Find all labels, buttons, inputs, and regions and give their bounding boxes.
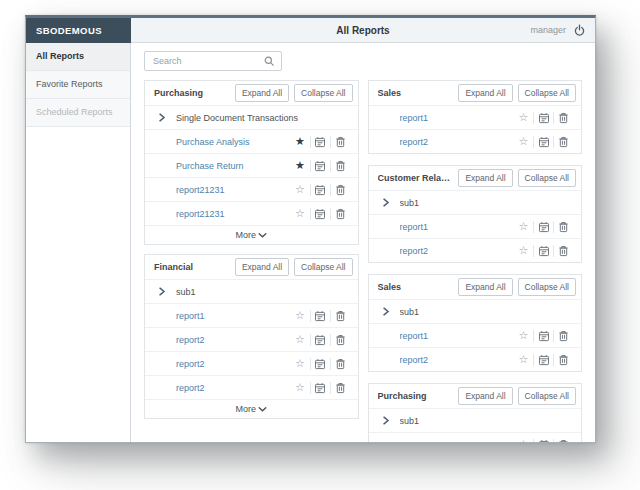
- trash-icon[interactable]: [554, 245, 573, 257]
- expand-all-button[interactable]: Expand All: [235, 84, 289, 102]
- favorite-star-icon[interactable]: ☆: [291, 184, 310, 195]
- panel-header: SalesExpand AllCollapse All: [369, 275, 582, 299]
- calendar-icon[interactable]: [534, 330, 553, 342]
- calendar-icon[interactable]: [311, 160, 330, 172]
- calendar-icon[interactable]: [534, 354, 553, 366]
- favorite-star-icon[interactable]: ☆: [291, 310, 310, 321]
- expand-all-button[interactable]: Expand All: [458, 278, 512, 296]
- favorite-star-icon[interactable]: ☆: [514, 330, 533, 341]
- report-link[interactable]: report1: [400, 331, 515, 341]
- report-category-panel: PurchasingExpand AllCollapse Allsub1repo…: [368, 383, 583, 442]
- report-link[interactable]: report1: [400, 113, 515, 123]
- favorite-star-icon[interactable]: ★: [291, 160, 310, 171]
- more-link[interactable]: More: [145, 225, 358, 244]
- report-row: Purchase Return★: [145, 153, 358, 177]
- calendar-icon[interactable]: [534, 112, 553, 124]
- report-link[interactable]: report1: [400, 222, 515, 232]
- favorite-star-icon[interactable]: ★: [291, 136, 310, 147]
- report-link[interactable]: report21231: [176, 185, 291, 195]
- calendar-icon[interactable]: [311, 334, 330, 346]
- report-row: report2☆: [369, 238, 582, 262]
- favorite-star-icon[interactable]: ☆: [291, 334, 310, 345]
- trash-icon[interactable]: [554, 112, 573, 124]
- trash-icon[interactable]: [331, 208, 350, 220]
- chevron-right-icon: [382, 198, 390, 207]
- favorite-star-icon[interactable]: ☆: [514, 439, 533, 442]
- row-actions: ★: [291, 160, 350, 172]
- more-label: More: [235, 230, 256, 240]
- collapse-all-button[interactable]: Collapse All: [294, 84, 352, 102]
- collapse-all-button[interactable]: Collapse All: [518, 278, 576, 296]
- collapse-all-button[interactable]: Collapse All: [294, 258, 352, 276]
- expand-all-button[interactable]: Expand All: [458, 387, 512, 405]
- calendar-icon[interactable]: [311, 358, 330, 370]
- report-link[interactable]: report2: [400, 137, 515, 147]
- trash-icon[interactable]: [554, 354, 573, 366]
- report-link[interactable]: Purchase Analysis: [176, 137, 291, 147]
- favorite-star-icon[interactable]: ☆: [514, 245, 533, 256]
- more-link[interactable]: More: [145, 399, 358, 418]
- chevron-down-icon: [258, 232, 267, 239]
- expand-all-button[interactable]: Expand All: [458, 84, 512, 102]
- calendar-icon[interactable]: [534, 136, 553, 148]
- row-actions: ★: [291, 136, 350, 148]
- report-row: report2☆: [369, 129, 582, 153]
- calendar-icon[interactable]: [311, 184, 330, 196]
- collapse-all-button[interactable]: Collapse All: [518, 169, 576, 187]
- favorite-star-icon[interactable]: ☆: [291, 382, 310, 393]
- group-row[interactable]: sub1: [145, 279, 358, 303]
- group-row[interactable]: sub1: [369, 299, 582, 323]
- trash-icon[interactable]: [331, 136, 350, 148]
- trash-icon[interactable]: [331, 160, 350, 172]
- group-row[interactable]: Single Document Transactions: [145, 105, 358, 129]
- calendar-icon[interactable]: [534, 439, 553, 443]
- trash-icon[interactable]: [554, 221, 573, 233]
- calendar-icon[interactable]: [311, 382, 330, 394]
- trash-icon[interactable]: [331, 184, 350, 196]
- collapse-all-button[interactable]: Collapse All: [518, 84, 576, 102]
- main-content: PurchasingExpand AllCollapse AllSingle D…: [131, 43, 595, 442]
- calendar-icon[interactable]: [311, 310, 330, 322]
- trash-icon[interactable]: [554, 330, 573, 342]
- calendar-icon[interactable]: [311, 208, 330, 220]
- favorite-star-icon[interactable]: ☆: [514, 221, 533, 232]
- report-link[interactable]: report2: [176, 335, 291, 345]
- report-link[interactable]: report21231: [176, 209, 291, 219]
- trash-icon[interactable]: [554, 136, 573, 148]
- report-link[interactable]: report2: [400, 355, 515, 365]
- trash-icon[interactable]: [331, 334, 350, 346]
- report-row: report2☆: [145, 375, 358, 399]
- favorite-star-icon[interactable]: ☆: [291, 208, 310, 219]
- report-link[interactable]: report2: [176, 383, 291, 393]
- report-link[interactable]: report2: [400, 246, 515, 256]
- group-row[interactable]: sub1: [369, 408, 582, 432]
- left-column: PurchasingExpand AllCollapse AllSingle D…: [144, 80, 359, 419]
- sidebar-item-all-reports[interactable]: All Reports: [26, 43, 130, 71]
- expand-all-button[interactable]: Expand All: [235, 258, 289, 276]
- calendar-icon[interactable]: [534, 221, 553, 233]
- panel-header: SalesExpand AllCollapse All: [369, 81, 582, 105]
- group-row[interactable]: sub1: [369, 190, 582, 214]
- company-name: SBODEMOUS: [26, 18, 131, 43]
- favorite-star-icon[interactable]: ☆: [514, 354, 533, 365]
- report-link[interactable]: Purchase Return: [176, 161, 291, 171]
- expand-all-button[interactable]: Expand All: [458, 169, 512, 187]
- trash-icon[interactable]: [331, 310, 350, 322]
- group-label: sub1: [400, 416, 420, 426]
- power-icon[interactable]: [573, 24, 586, 37]
- collapse-all-button[interactable]: Collapse All: [518, 387, 576, 405]
- favorite-star-icon[interactable]: ☆: [514, 136, 533, 147]
- calendar-icon[interactable]: [311, 136, 330, 148]
- report-link[interactable]: report2: [176, 359, 291, 369]
- calendar-icon[interactable]: [534, 245, 553, 257]
- sidebar-item-scheduled-reports[interactable]: Scheduled Reports: [26, 99, 130, 127]
- trash-icon[interactable]: [331, 382, 350, 394]
- favorite-star-icon[interactable]: ☆: [514, 112, 533, 123]
- favorite-star-icon[interactable]: ☆: [291, 358, 310, 369]
- sidebar-item-favorite-reports[interactable]: Favorite Reports: [26, 71, 130, 99]
- trash-icon[interactable]: [554, 439, 573, 443]
- search-input[interactable]: [151, 55, 264, 67]
- report-link[interactable]: report1: [176, 311, 291, 321]
- trash-icon[interactable]: [331, 358, 350, 370]
- report-link[interactable]: report1: [400, 440, 515, 443]
